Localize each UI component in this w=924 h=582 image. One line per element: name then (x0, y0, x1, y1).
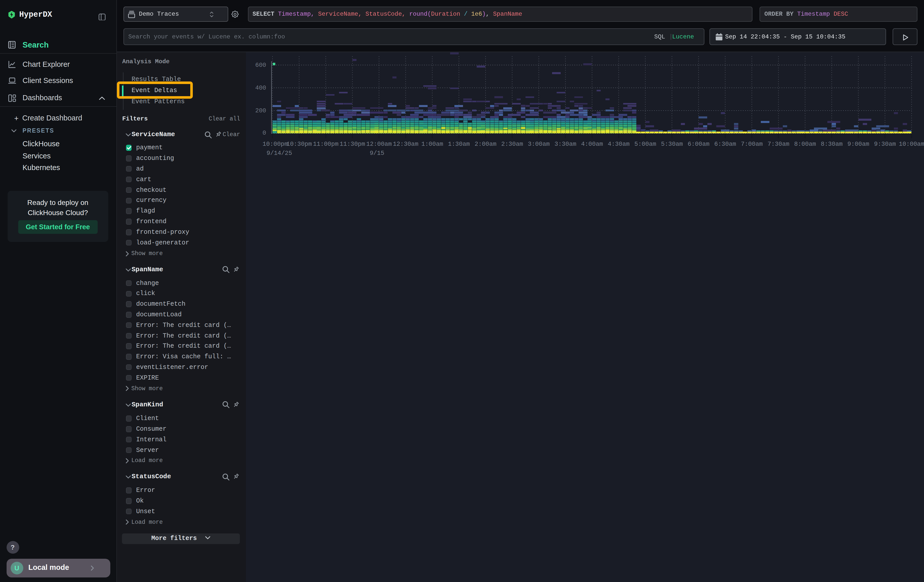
svg-text:2:00am: 2:00am (474, 141, 496, 148)
svg-text:10:00am: 10:00am (899, 141, 924, 148)
svg-text:9:30am: 9:30am (874, 141, 896, 148)
svg-text:3:30am: 3:30am (554, 141, 576, 148)
svg-text:600: 600 (255, 62, 266, 69)
svg-text:9/15: 9/15 (370, 150, 384, 157)
svg-text:12:00am: 12:00am (366, 141, 392, 148)
svg-text:6:00am: 6:00am (687, 141, 709, 148)
svg-text:5:00am: 5:00am (634, 141, 656, 148)
svg-text:1:00am: 1:00am (421, 141, 443, 148)
svg-text:200: 200 (255, 107, 266, 114)
svg-text:11:00pm: 11:00pm (313, 141, 338, 148)
svg-text:9:00am: 9:00am (847, 141, 869, 148)
svg-text:3:00am: 3:00am (528, 141, 549, 148)
svg-text:4:00am: 4:00am (581, 141, 603, 148)
svg-text:6:30am: 6:30am (714, 141, 736, 148)
svg-text:400: 400 (255, 84, 266, 91)
svg-text:1:30am: 1:30am (448, 141, 470, 148)
svg-text:7:00am: 7:00am (741, 141, 762, 148)
svg-text:8:00am: 8:00am (794, 141, 816, 148)
svg-text:11:30pm: 11:30pm (339, 141, 365, 148)
svg-text:12:30am: 12:30am (393, 141, 418, 148)
svg-text:10:30pm: 10:30pm (286, 141, 312, 148)
svg-text:8:30am: 8:30am (820, 141, 842, 148)
svg-text:5:30am: 5:30am (661, 141, 683, 148)
svg-text:10:00pm: 10:00pm (262, 141, 288, 148)
svg-text:9/14/25: 9/14/25 (266, 150, 292, 157)
svg-text:0: 0 (262, 130, 266, 137)
svg-text:4:30am: 4:30am (607, 141, 629, 148)
svg-text:2:30am: 2:30am (501, 141, 523, 148)
svg-text:7:30am: 7:30am (767, 141, 789, 148)
